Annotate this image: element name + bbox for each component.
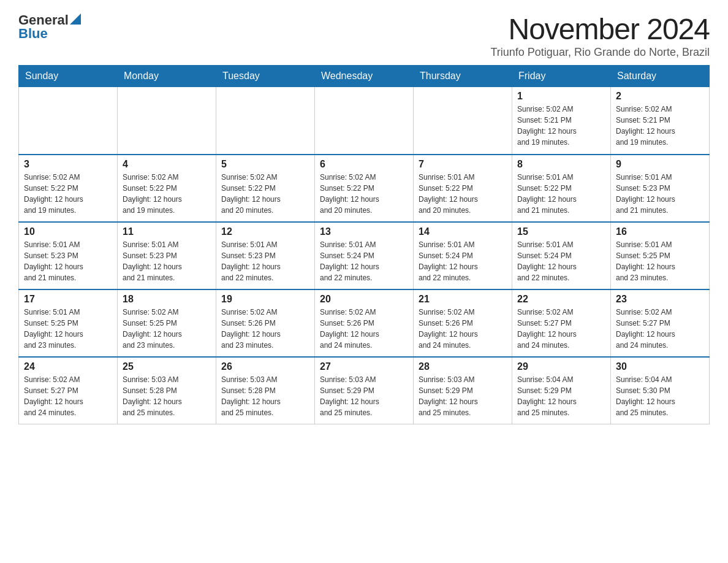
calendar-cell: 8Sunrise: 5:01 AM Sunset: 5:22 PM Daylig… (512, 155, 611, 222)
calendar-cell: 9Sunrise: 5:01 AM Sunset: 5:23 PM Daylig… (611, 155, 710, 222)
weekday-header-sunday: Sunday (19, 66, 118, 87)
calendar-cell: 16Sunrise: 5:01 AM Sunset: 5:25 PM Dayli… (611, 222, 710, 289)
day-info: Sunrise: 5:01 AM Sunset: 5:22 PM Dayligh… (517, 172, 605, 216)
day-info: Sunrise: 5:02 AM Sunset: 5:26 PM Dayligh… (221, 307, 309, 351)
calendar-cell: 22Sunrise: 5:02 AM Sunset: 5:27 PM Dayli… (512, 289, 611, 357)
day-number: 28 (419, 361, 507, 372)
calendar-cell: 5Sunrise: 5:02 AM Sunset: 5:22 PM Daylig… (216, 155, 315, 222)
calendar-week-row: 1Sunrise: 5:02 AM Sunset: 5:21 PM Daylig… (19, 87, 710, 155)
day-number: 25 (123, 361, 211, 372)
day-info: Sunrise: 5:02 AM Sunset: 5:26 PM Dayligh… (320, 307, 408, 351)
day-info: Sunrise: 5:01 AM Sunset: 5:25 PM Dayligh… (616, 239, 704, 283)
day-number: 27 (320, 361, 408, 372)
day-info: Sunrise: 5:03 AM Sunset: 5:29 PM Dayligh… (320, 374, 408, 418)
day-number: 8 (517, 159, 605, 170)
day-number: 19 (221, 294, 309, 305)
calendar-cell: 29Sunrise: 5:04 AM Sunset: 5:29 PM Dayli… (512, 357, 611, 424)
day-number: 17 (24, 294, 112, 305)
main-title: November 2024 (490, 12, 710, 46)
day-info: Sunrise: 5:02 AM Sunset: 5:27 PM Dayligh… (517, 307, 605, 351)
calendar-week-row: 10Sunrise: 5:01 AM Sunset: 5:23 PM Dayli… (19, 222, 710, 289)
day-info: Sunrise: 5:01 AM Sunset: 5:23 PM Dayligh… (24, 239, 112, 283)
day-number: 15 (517, 226, 605, 237)
weekday-header-thursday: Thursday (414, 66, 512, 87)
day-info: Sunrise: 5:02 AM Sunset: 5:21 PM Dayligh… (517, 104, 605, 148)
day-info: Sunrise: 5:01 AM Sunset: 5:22 PM Dayligh… (419, 172, 507, 216)
day-info: Sunrise: 5:03 AM Sunset: 5:28 PM Dayligh… (221, 374, 309, 418)
day-info: Sunrise: 5:04 AM Sunset: 5:30 PM Dayligh… (616, 374, 704, 418)
calendar-week-row: 3Sunrise: 5:02 AM Sunset: 5:22 PM Daylig… (19, 155, 710, 222)
day-info: Sunrise: 5:01 AM Sunset: 5:25 PM Dayligh… (24, 307, 112, 351)
day-number: 30 (616, 361, 704, 372)
day-number: 20 (320, 294, 408, 305)
day-number: 16 (616, 226, 704, 237)
day-number: 5 (221, 159, 309, 170)
day-number: 26 (221, 361, 309, 372)
calendar-cell: 7Sunrise: 5:01 AM Sunset: 5:22 PM Daylig… (414, 155, 512, 222)
day-info: Sunrise: 5:02 AM Sunset: 5:26 PM Dayligh… (419, 307, 507, 351)
day-info: Sunrise: 5:01 AM Sunset: 5:24 PM Dayligh… (419, 239, 507, 283)
calendar-cell: 1Sunrise: 5:02 AM Sunset: 5:21 PM Daylig… (512, 87, 611, 155)
calendar-cell: 27Sunrise: 5:03 AM Sunset: 5:29 PM Dayli… (315, 357, 414, 424)
weekday-header-tuesday: Tuesday (216, 66, 315, 87)
calendar-cell: 20Sunrise: 5:02 AM Sunset: 5:26 PM Dayli… (315, 289, 414, 357)
calendar-cell: 15Sunrise: 5:01 AM Sunset: 5:24 PM Dayli… (512, 222, 611, 289)
day-info: Sunrise: 5:01 AM Sunset: 5:24 PM Dayligh… (517, 239, 605, 283)
calendar-cell: 12Sunrise: 5:01 AM Sunset: 5:23 PM Dayli… (216, 222, 315, 289)
day-info: Sunrise: 5:02 AM Sunset: 5:22 PM Dayligh… (221, 172, 309, 216)
day-info: Sunrise: 5:02 AM Sunset: 5:27 PM Dayligh… (616, 307, 704, 351)
calendar-cell: 11Sunrise: 5:01 AM Sunset: 5:23 PM Dayli… (118, 222, 216, 289)
day-number: 24 (24, 361, 112, 372)
day-number: 1 (517, 91, 605, 102)
calendar-cell: 2Sunrise: 5:02 AM Sunset: 5:21 PM Daylig… (611, 87, 710, 155)
calendar-cell: 4Sunrise: 5:02 AM Sunset: 5:22 PM Daylig… (118, 155, 216, 222)
day-number: 23 (616, 294, 704, 305)
weekday-header-friday: Friday (512, 66, 611, 87)
day-number: 3 (24, 159, 112, 170)
weekday-header-monday: Monday (118, 66, 216, 87)
weekday-header-wednesday: Wednesday (315, 66, 414, 87)
day-info: Sunrise: 5:01 AM Sunset: 5:23 PM Dayligh… (616, 172, 704, 216)
day-info: Sunrise: 5:01 AM Sunset: 5:24 PM Dayligh… (320, 239, 408, 283)
calendar-cell: 19Sunrise: 5:02 AM Sunset: 5:26 PM Dayli… (216, 289, 315, 357)
day-info: Sunrise: 5:02 AM Sunset: 5:25 PM Dayligh… (123, 307, 211, 351)
day-number: 6 (320, 159, 408, 170)
day-info: Sunrise: 5:02 AM Sunset: 5:22 PM Dayligh… (320, 172, 408, 216)
day-number: 9 (616, 159, 704, 170)
day-number: 22 (517, 294, 605, 305)
logo-blue-text: Blue (18, 26, 48, 42)
calendar-cell: 3Sunrise: 5:02 AM Sunset: 5:22 PM Daylig… (19, 155, 118, 222)
day-info: Sunrise: 5:02 AM Sunset: 5:22 PM Dayligh… (123, 172, 211, 216)
day-number: 10 (24, 226, 112, 237)
calendar-cell: 28Sunrise: 5:03 AM Sunset: 5:29 PM Dayli… (414, 357, 512, 424)
subtitle: Triunfo Potiguar, Rio Grande do Norte, B… (490, 46, 710, 59)
calendar-cell: 25Sunrise: 5:03 AM Sunset: 5:28 PM Dayli… (118, 357, 216, 424)
day-info: Sunrise: 5:01 AM Sunset: 5:23 PM Dayligh… (123, 239, 211, 283)
day-number: 14 (419, 226, 507, 237)
calendar-cell (118, 87, 216, 155)
day-info: Sunrise: 5:03 AM Sunset: 5:29 PM Dayligh… (419, 374, 507, 418)
calendar-cell: 30Sunrise: 5:04 AM Sunset: 5:30 PM Dayli… (611, 357, 710, 424)
calendar-week-row: 17Sunrise: 5:01 AM Sunset: 5:25 PM Dayli… (19, 289, 710, 357)
calendar-cell (315, 87, 414, 155)
calendar-cell (216, 87, 315, 155)
day-info: Sunrise: 5:02 AM Sunset: 5:21 PM Dayligh… (616, 104, 704, 148)
calendar-cell (19, 87, 118, 155)
logo: General Blue (18, 12, 81, 42)
calendar-cell: 13Sunrise: 5:01 AM Sunset: 5:24 PM Dayli… (315, 222, 414, 289)
calendar-header-row: SundayMondayTuesdayWednesdayThursdayFrid… (19, 66, 710, 87)
calendar-table: SundayMondayTuesdayWednesdayThursdayFrid… (18, 65, 710, 424)
day-number: 12 (221, 226, 309, 237)
title-area: November 2024 Triunfo Potiguar, Rio Gran… (490, 12, 710, 59)
day-number: 18 (123, 294, 211, 305)
logo-triangle-icon (70, 13, 81, 25)
day-info: Sunrise: 5:02 AM Sunset: 5:27 PM Dayligh… (24, 374, 112, 418)
day-number: 21 (419, 294, 507, 305)
calendar-week-row: 24Sunrise: 5:02 AM Sunset: 5:27 PM Dayli… (19, 357, 710, 424)
calendar-cell: 24Sunrise: 5:02 AM Sunset: 5:27 PM Dayli… (19, 357, 118, 424)
calendar-cell: 6Sunrise: 5:02 AM Sunset: 5:22 PM Daylig… (315, 155, 414, 222)
day-info: Sunrise: 5:03 AM Sunset: 5:28 PM Dayligh… (123, 374, 211, 418)
weekday-header-saturday: Saturday (611, 66, 710, 87)
day-number: 29 (517, 361, 605, 372)
calendar-cell: 10Sunrise: 5:01 AM Sunset: 5:23 PM Dayli… (19, 222, 118, 289)
